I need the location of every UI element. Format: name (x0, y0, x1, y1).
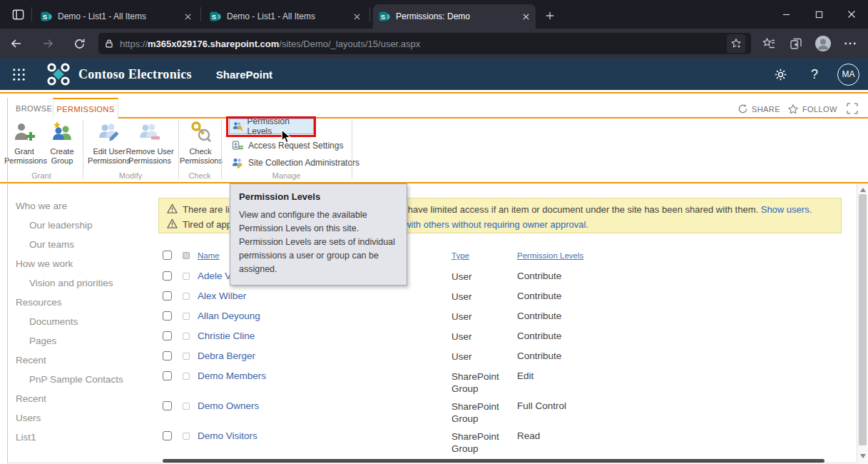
horizontal-scrollbar-thumb[interactable] (163, 459, 824, 463)
share-button[interactable]: SHARE (737, 104, 780, 114)
scroll-up-arrow[interactable] (860, 188, 866, 192)
maximize-button[interactable] (802, 0, 835, 29)
sidebar-item-list1[interactable]: List1 (0, 428, 153, 447)
type-cell: User (451, 271, 511, 283)
browser-profile-button[interactable] (812, 33, 834, 54)
row-checkbox[interactable] (163, 291, 172, 301)
vertical-scrollbar[interactable] (857, 183, 868, 464)
group-name-link[interactable]: Demo Members (198, 370, 266, 381)
tab-close-icon[interactable] (184, 13, 192, 21)
sidebar-item-who-we-are[interactable]: Who we are (0, 196, 153, 216)
group-label-modify: Modify (83, 171, 178, 180)
row-checkbox[interactable] (163, 371, 172, 380)
tab-permissions[interactable]: PERMISSIONS (53, 98, 118, 118)
row-checkbox[interactable] (163, 401, 172, 410)
row-presence-checkbox (183, 433, 190, 440)
plus-icon (545, 11, 555, 21)
contoso-logo (46, 61, 71, 87)
type-cell: SharePoint Group (451, 370, 511, 395)
sidebar-item-recent[interactable]: Recent (0, 350, 153, 370)
remove-user-permissions-button[interactable]: Remove User Permissions (124, 121, 175, 166)
browser-tab-2[interactable]: S Demo - List1 - All Items (204, 4, 367, 29)
select-all-checkbox[interactable] (163, 251, 172, 260)
tooltip-body: View and configure the available Permiss… (239, 208, 398, 276)
tab-close-icon[interactable] (353, 13, 361, 21)
sidebar-item-our-teams[interactable]: Our teams (0, 235, 153, 254)
minimize-button[interactable] (770, 0, 802, 29)
ellipsis-icon (844, 42, 856, 45)
gear-icon (774, 68, 787, 81)
tab-actions-button[interactable] (7, 4, 29, 25)
new-tab-button[interactable] (540, 6, 560, 26)
create-group-button[interactable]: Create Group (46, 121, 78, 166)
vertical-scrollbar-thumb[interactable] (859, 194, 867, 445)
permission-level-cell: Contribute (517, 291, 561, 301)
sidebar-item-pnp-sample-contacts[interactable]: PnP Sample Contacts (0, 370, 153, 389)
ribbon-group-separator (83, 121, 83, 179)
check-permissions-icon (189, 121, 212, 143)
tooltip-title: Permission Levels (239, 191, 398, 202)
sidebar-item-pages[interactable]: Pages (0, 331, 153, 350)
product-name: SharePoint (216, 69, 272, 81)
focus-mode-button[interactable] (846, 102, 859, 115)
browser-tab-active[interactable]: S Permissions: Demo (373, 4, 536, 29)
star-plus-icon (730, 38, 742, 49)
row-checkbox[interactable] (163, 271, 172, 281)
show-users-link[interactable]: Show users. (761, 204, 812, 215)
browser-menu-button[interactable] (839, 33, 861, 54)
column-header-name[interactable]: Name (198, 251, 220, 260)
sidebar-item-documents[interactable]: Documents (0, 312, 153, 331)
group-name-link[interactable]: Demo Owners (198, 400, 259, 411)
row-checkbox[interactable] (163, 331, 172, 341)
sharepoint-favicon: S (379, 11, 390, 22)
user-name-link[interactable]: Christie Cline (198, 331, 255, 341)
row-presence-checkbox (183, 373, 190, 380)
sidebar-item-our-leadership[interactable]: Our leadership (0, 216, 153, 235)
column-header-type[interactable]: Type (451, 251, 469, 260)
annotation-highlight-box (226, 116, 316, 137)
column-header-permission-levels[interactable]: Permission Levels (517, 251, 583, 260)
table-row: Allan Deyoung User Contribute (158, 308, 842, 328)
permission-level-cell: Full Control (517, 400, 566, 411)
row-checkbox[interactable] (163, 311, 172, 321)
scroll-down-arrow[interactable] (860, 454, 866, 458)
follow-button[interactable]: FOLLOW (787, 104, 837, 115)
back-button[interactable] (6, 33, 27, 54)
site-collection-administrators-label: Site Collection Administrators (248, 158, 359, 168)
browser-tab-1[interactable]: S Demo - List1 - All Items (35, 4, 198, 29)
site-collection-administrators-button[interactable]: Site Collection Administrators (232, 155, 359, 171)
account-avatar[interactable]: MA (837, 64, 859, 86)
add-favorite-button[interactable] (727, 34, 745, 53)
refresh-button[interactable] (68, 33, 90, 54)
favorites-button[interactable] (758, 33, 780, 54)
sidebar-item-resources[interactable]: Resources (0, 293, 153, 312)
permission-level-cell: Contribute (517, 271, 561, 281)
user-name-link[interactable]: Allan Deyoung (198, 311, 260, 321)
tab-browse[interactable]: BROWSE (16, 104, 52, 113)
user-name-link[interactable]: Debra Berger (198, 350, 255, 361)
sharepoint-favicon: S (210, 11, 221, 22)
sidebar-item-how-we-work[interactable]: How we work (0, 254, 153, 273)
remove-user-permissions-icon (138, 121, 161, 143)
row-checkbox[interactable] (163, 431, 172, 440)
sidebar-item-users[interactable]: Users (0, 408, 153, 428)
app-launcher-button[interactable] (7, 63, 30, 86)
row-checkbox[interactable] (163, 351, 172, 360)
settings-gear-button[interactable] (769, 63, 792, 86)
sidebar-item-vision-and-priorities[interactable]: Vision and priorities (0, 273, 153, 293)
forward-button[interactable] (37, 33, 58, 54)
grant-permissions-button[interactable]: Grant Permissions (4, 121, 44, 166)
help-button[interactable]: ? (803, 63, 826, 86)
tab-close-icon[interactable] (522, 13, 530, 21)
group-name-link[interactable]: Demo Visitors (198, 430, 257, 441)
tab-title: Demo - List1 - All Items (58, 11, 178, 21)
sidebar-item-recent-2[interactable]: Recent (0, 389, 153, 408)
close-window-button[interactable] (835, 0, 868, 29)
tab-separator (31, 7, 32, 21)
check-permissions-button[interactable]: Check Permissions (180, 121, 221, 166)
screenshot-root: S Demo - List1 - All Items S Demo - List… (0, 0, 868, 464)
collections-button[interactable] (785, 33, 807, 54)
address-bar[interactable]: https://m365x029176.sharepoint.com/sites… (98, 33, 751, 54)
user-name-link[interactable]: Alex Wilber (198, 291, 246, 301)
warning-icon (167, 218, 178, 229)
